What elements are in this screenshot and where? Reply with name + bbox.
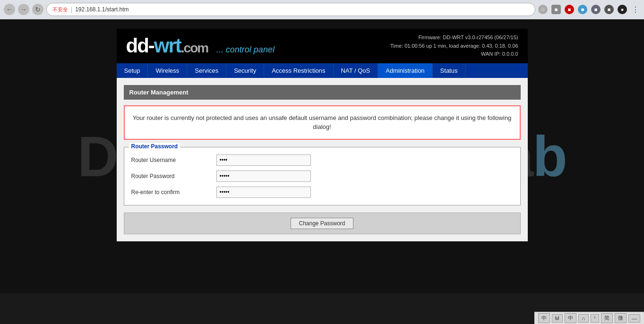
browser-toolbar: ← → ↻ 不安全 | 192.168.1.1/start.htm ☆ ■ ■ … [0,0,644,19]
router-info: Firmware: DD-WRT v3.0-r27456 (06/27/15) … [390,34,518,59]
password-label: Router Password [131,173,216,179]
reenter-row: Re-enter to confirm [131,187,513,198]
form-section-title: Router Password [129,143,180,150]
logo-subtitle: ... control panel [216,45,275,54]
tab-security[interactable]: Security [226,63,264,78]
logo-area: dd-wrt.com ... control panel [126,34,275,57]
extension-icon-3[interactable]: ■ [578,5,587,14]
username-label: Router Username [131,157,216,163]
warning-box: Your router is currently not protected a… [124,105,521,140]
page-background: DreamBuildingLab dd-wrt.com ... control … [0,19,644,293]
forward-button[interactable]: → [18,4,29,15]
nav-tabs: Setup Wireless Services Security Access … [117,63,528,78]
taskbar-item-2[interactable]: M [552,314,563,323]
tab-services[interactable]: Services [187,63,226,78]
back-button[interactable]: ← [4,4,15,15]
tab-status[interactable]: Status [433,63,466,78]
button-bar: Change Password [124,213,521,234]
router-password-section: Router Password Router Username Router P… [124,147,521,205]
taskbar-item-7[interactable]: 微 [615,313,627,323]
tab-access-restrictions[interactable]: Access Restrictions [264,63,333,78]
section-header: Router Management [124,85,521,100]
change-password-button[interactable]: Change Password [291,218,353,229]
firmware-info: Firmware: DD-WRT v3.0-r27456 (06/27/15) [390,34,518,42]
extension-icon-1[interactable]: ■ [551,5,561,14]
extension-icon-2[interactable]: ■ [565,5,574,14]
extension-icon-4[interactable]: ■ [591,5,601,14]
logo-dd: dd-wrt.com [126,34,213,57]
logo-dd-text: dd- [126,34,154,57]
tab-administration[interactable]: Administration [378,63,432,78]
taskbar-item-1[interactable]: 中 [538,313,550,323]
extension-icon-5[interactable]: ■ [604,5,614,14]
address-bar[interactable]: 不安全 | 192.168.1.1/start.htm [46,3,535,16]
tab-setup[interactable]: Setup [117,63,148,78]
logo: dd-wrt.com ... control panel [126,34,275,57]
reenter-label: Re-enter to confirm [131,189,216,196]
logo-com-text: .com [181,41,208,55]
taskbar-item-5[interactable]: ° [591,314,599,323]
tab-nat-qos[interactable]: NAT / QoS [334,63,378,78]
wan-ip-info: WAN IP: 0.0.0.0 [390,50,518,59]
reenter-input[interactable] [216,187,311,198]
tab-wireless[interactable]: Wireless [148,63,187,78]
extension-icon-6[interactable]: ● [618,5,627,14]
password-input[interactable] [216,171,311,182]
menu-icon[interactable]: ⋮ [631,5,640,14]
browser-actions: ☆ ■ ■ ■ ■ ■ ● ⋮ [538,5,640,14]
security-indicator: 不安全 [52,6,68,13]
password-row: Router Password [131,171,513,182]
username-input[interactable] [216,154,311,166]
watermark-text-blue: b [533,125,567,188]
taskbar-item-8[interactable]: — [628,314,640,323]
taskbar: 中 M 中 ∩ ° 简 微 — [534,312,644,324]
router-header: dd-wrt.com ... control panel Firmware: D… [117,29,528,63]
warning-text: Your router is currently not protected a… [133,114,512,131]
taskbar-item-4[interactable]: ∩ [578,314,589,323]
browser-chrome: ← → ↻ 不安全 | 192.168.1.1/start.htm ☆ ■ ■ … [0,0,644,19]
taskbar-item-3[interactable]: 中 [565,313,576,323]
username-row: Router Username [131,154,513,166]
content-area: Router Management Your router is current… [117,78,528,241]
security-separator: | [71,6,72,13]
reload-button[interactable]: ↻ [32,4,43,15]
section-title: Router Management [129,89,189,96]
bookmark-icon[interactable]: ☆ [538,5,548,14]
url-text: 192.168.1.1/start.htm [75,6,529,13]
logo-wrt-text: wrt [154,34,181,57]
taskbar-item-6[interactable]: 简 [601,313,613,323]
time-info: Time: 01:00:56 up 1 min, load average: 0… [390,42,518,51]
router-panel: dd-wrt.com ... control panel Firmware: D… [117,29,528,241]
